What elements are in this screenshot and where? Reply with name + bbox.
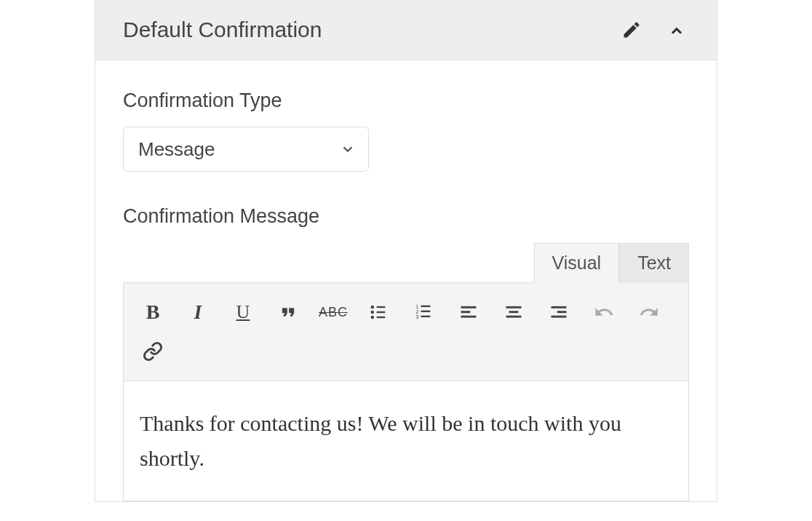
tab-visual[interactable]: Visual bbox=[534, 243, 620, 283]
svg-point-0 bbox=[371, 306, 375, 309]
panel-title: Default Confirmation bbox=[123, 17, 322, 42]
svg-point-1 bbox=[371, 311, 375, 314]
bold-button[interactable]: B bbox=[132, 295, 173, 330]
chevron-up-icon bbox=[664, 17, 689, 42]
align-left-icon bbox=[458, 302, 479, 322]
svg-rect-16 bbox=[509, 311, 519, 313]
confirmation-type-label: Confirmation Type bbox=[123, 90, 689, 112]
editor-content[interactable]: Thanks for contacting us! We will be in … bbox=[123, 381, 689, 501]
undo-button[interactable] bbox=[584, 295, 624, 330]
svg-rect-4 bbox=[377, 311, 386, 313]
numbered-list-button[interactable]: 123 bbox=[403, 295, 444, 330]
svg-rect-12 bbox=[461, 306, 477, 309]
confirmation-message-label: Confirmation Message bbox=[123, 205, 689, 228]
strikethrough-icon: ABC bbox=[319, 305, 348, 320]
select-value: Message bbox=[138, 138, 215, 161]
confirmation-panel: Default Confirmation Confirmation Type M… bbox=[95, 0, 717, 502]
bullet-list-button[interactable] bbox=[358, 295, 399, 330]
editor-toolbar: B I U ABC 123 bbox=[123, 282, 689, 381]
confirmation-type-select-wrap: Message bbox=[123, 127, 369, 172]
collapse-button[interactable] bbox=[664, 17, 689, 42]
svg-rect-10 bbox=[421, 311, 431, 312]
link-icon bbox=[143, 341, 163, 362]
panel-body: Confirmation Type Message Confirmation M… bbox=[95, 60, 717, 501]
editor-tabs: Visual Text bbox=[123, 242, 689, 282]
svg-rect-13 bbox=[461, 311, 471, 313]
redo-icon bbox=[639, 302, 659, 322]
numbered-list-icon: 123 bbox=[413, 302, 434, 322]
bullet-list-icon bbox=[368, 302, 389, 322]
svg-rect-17 bbox=[506, 316, 522, 318]
align-center-button[interactable] bbox=[493, 295, 534, 330]
quote-icon bbox=[278, 302, 298, 322]
editor-container: Visual Text B I U ABC bbox=[123, 242, 689, 501]
underline-icon: U bbox=[236, 301, 250, 323]
svg-rect-19 bbox=[557, 311, 567, 313]
align-center-icon bbox=[503, 302, 524, 322]
bold-icon: B bbox=[146, 301, 160, 324]
redo-button[interactable] bbox=[629, 295, 669, 330]
panel-actions bbox=[619, 17, 689, 42]
svg-rect-3 bbox=[377, 306, 386, 308]
align-right-icon bbox=[549, 302, 569, 322]
svg-rect-14 bbox=[461, 316, 477, 318]
tab-text[interactable]: Text bbox=[619, 243, 689, 283]
align-left-button[interactable] bbox=[448, 295, 489, 330]
italic-icon: I bbox=[194, 301, 202, 324]
panel-header: Default Confirmation bbox=[95, 0, 717, 60]
confirmation-type-select[interactable]: Message bbox=[123, 127, 369, 172]
svg-text:2: 2 bbox=[416, 309, 419, 314]
undo-icon bbox=[594, 302, 614, 322]
svg-text:3: 3 bbox=[416, 314, 419, 319]
pencil-icon bbox=[621, 20, 642, 40]
italic-button[interactable]: I bbox=[178, 295, 218, 330]
svg-text:1: 1 bbox=[416, 304, 419, 309]
svg-rect-15 bbox=[506, 306, 522, 309]
blockquote-button[interactable] bbox=[268, 295, 309, 330]
svg-rect-18 bbox=[552, 306, 567, 309]
svg-rect-9 bbox=[421, 306, 431, 307]
svg-rect-20 bbox=[552, 316, 567, 318]
svg-rect-11 bbox=[421, 316, 431, 317]
link-button[interactable] bbox=[132, 334, 173, 369]
svg-rect-5 bbox=[377, 317, 386, 318]
strikethrough-button[interactable]: ABC bbox=[313, 295, 354, 330]
underline-button[interactable]: U bbox=[223, 295, 263, 330]
edit-button[interactable] bbox=[619, 17, 644, 42]
align-right-button[interactable] bbox=[538, 295, 579, 330]
svg-point-2 bbox=[371, 316, 375, 319]
